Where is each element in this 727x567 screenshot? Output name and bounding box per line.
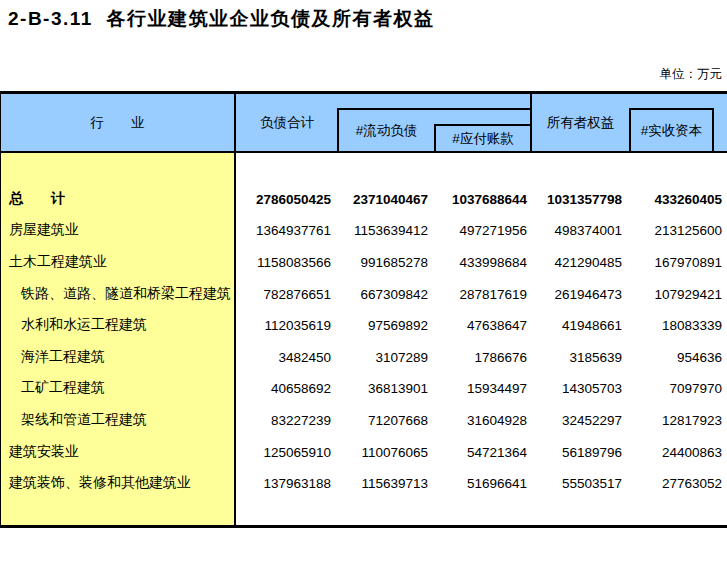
cell-value: 421290485 — [554, 254, 622, 269]
unit-label: 单位：万元 — [660, 66, 723, 83]
row-label: 水利和水运工程建筑 — [1, 316, 147, 334]
row-label: 工矿工程建筑 — [1, 379, 105, 397]
cell-value: 107929421 — [654, 286, 722, 301]
cell-value: 71207668 — [368, 412, 428, 427]
statistical-table-page: 2-B-3.11 各行业建筑业企业负债及所有者权益 单位：万元 行 业 负债合计… — [0, 0, 727, 567]
col-header-current-liabilities: #流动负债 — [339, 110, 434, 151]
row-label: 建筑装饰、装修和其他建筑业 — [1, 474, 191, 492]
row-label: 建筑安装业 — [1, 443, 79, 461]
row-label: 总 计 — [1, 190, 65, 208]
table-row: 水利和水运工程建筑1120356199756989247638647419486… — [1, 309, 727, 341]
cell-value: 213125600 — [654, 223, 722, 238]
cell-value: 287817619 — [459, 286, 527, 301]
cell-value: 3185639 — [569, 349, 622, 364]
table-row: 总 计2786050425237104046710376886441031357… — [1, 183, 727, 215]
cell-value: 41948661 — [562, 318, 622, 333]
cell-value: 991685278 — [360, 254, 428, 269]
cell-value: 433260405 — [654, 191, 722, 206]
row-label: 架线和管道工程建筑 — [1, 411, 147, 429]
col-header-total-liabilities: 负债合计 — [237, 94, 337, 151]
col-header-owners-equity: 所有者权益 — [532, 94, 629, 151]
cell-value: 110076065 — [361, 444, 428, 459]
table-row: 海洋工程建筑3482450310728917866763185639954636 — [1, 341, 727, 373]
cell-value: 433998684 — [459, 254, 527, 269]
cell-value: 1037688644 — [452, 191, 527, 206]
cell-value: 47638647 — [467, 318, 527, 333]
cell-value: 112035619 — [264, 318, 331, 333]
cell-value: 36813901 — [368, 381, 428, 396]
table-header: 行 业 负债合计 #流动负债 #应付账款 所有者权益 #实收资本 — [0, 91, 727, 153]
cell-value: 1364937761 — [256, 223, 331, 238]
cell-value: 1786676 — [474, 349, 527, 364]
data-table: 行 业 负债合计 #流动负债 #应付账款 所有者权益 #实收资本 总 计2786… — [0, 91, 727, 528]
cell-value: 497271956 — [459, 223, 527, 238]
cell-value: 56189796 — [562, 444, 622, 459]
cell-value: 51696641 — [467, 476, 527, 491]
cell-value: 1158083566 — [257, 254, 331, 269]
table-row: 建筑安装业12506591011007606554721364561897962… — [1, 436, 727, 468]
row-label: 铁路、道路、隧道和桥梁工程建筑 — [1, 285, 231, 303]
cell-value: 115639713 — [361, 476, 428, 491]
cell-value: 27763052 — [662, 476, 722, 491]
table-row: 房屋建筑业13649377611153639412497271956498374… — [1, 215, 727, 247]
cell-value: 24400863 — [662, 444, 722, 459]
cell-value: 14305703 — [562, 381, 622, 396]
cell-value: 7097970 — [669, 381, 722, 396]
cell-value: 954636 — [677, 349, 722, 364]
cell-value: 667309842 — [360, 286, 428, 301]
table-row: 建筑装饰、装修和其他建筑业137963188115639713516966415… — [1, 467, 727, 499]
cell-value: 1153639412 — [354, 223, 428, 238]
row-label: 海洋工程建筑 — [1, 348, 105, 366]
col-header-accounts-payable: #应付账款 — [434, 124, 530, 151]
cell-value: 32452297 — [562, 412, 622, 427]
cell-value: 3107289 — [375, 349, 428, 364]
cell-value: 55503517 — [562, 476, 622, 491]
table-row: 工矿工程建筑4065869236813901159344971430570370… — [1, 373, 727, 405]
cell-value: 125065910 — [263, 444, 331, 459]
cell-value: 782876651 — [263, 286, 331, 301]
cell-value: 12817923 — [662, 412, 722, 427]
table-row: 架线和管道工程建筑8322723971207668316049283245229… — [1, 404, 727, 436]
table-row: 土木工程建筑业115808356699168527843399868442129… — [1, 246, 727, 278]
cell-value: 15934497 — [467, 381, 527, 396]
cell-value: 40658692 — [271, 381, 331, 396]
cell-value: 54721364 — [467, 444, 527, 459]
table-row: 铁路、道路、隧道和桥梁工程建筑7828766516673098422878176… — [1, 278, 727, 310]
table-body: 总 计2786050425237104046710376886441031357… — [0, 153, 727, 528]
cell-value: 137963188 — [263, 476, 331, 491]
page-title: 2-B-3.11 各行业建筑业企业负债及所有者权益 — [8, 6, 434, 32]
cell-value: 97569892 — [368, 318, 428, 333]
cell-value: 83227239 — [271, 412, 331, 427]
cell-value: 167970891 — [654, 254, 722, 269]
cell-value: 3482450 — [278, 349, 331, 364]
cell-value: 2371040467 — [353, 191, 428, 206]
cell-value: 1031357798 — [547, 191, 622, 206]
cell-value: 31604928 — [467, 412, 527, 427]
cell-value: 498374001 — [554, 223, 622, 238]
row-label: 土木工程建筑业 — [1, 253, 107, 271]
cell-value: 2786050425 — [256, 191, 331, 206]
col-header-industry: 行 业 — [1, 94, 236, 151]
row-label: 房屋建筑业 — [1, 221, 79, 239]
col-header-paid-in-capital: #实收资本 — [629, 108, 714, 151]
cell-value: 18083339 — [662, 318, 722, 333]
cell-value: 261946473 — [554, 286, 622, 301]
